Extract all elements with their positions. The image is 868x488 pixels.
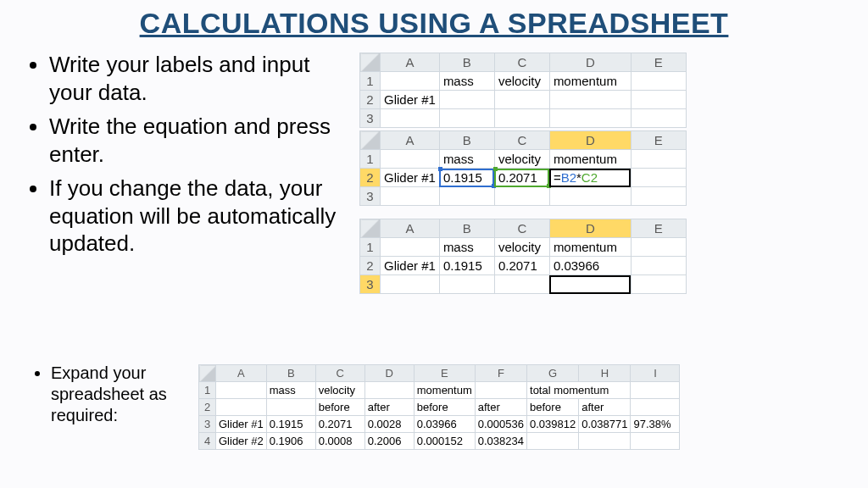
col-header[interactable]: H (579, 365, 631, 382)
cell[interactable] (631, 91, 686, 109)
cell[interactable]: 0.1906 (266, 433, 315, 450)
cell[interactable]: momentum (549, 150, 631, 169)
col-header[interactable]: B (266, 365, 315, 382)
cell[interactable]: 0.0028 (364, 416, 414, 433)
cell[interactable]: 0.2071 (494, 257, 549, 275)
cell[interactable] (216, 382, 267, 399)
select-all-corner[interactable] (360, 53, 381, 72)
cell[interactable]: Glider #1 (381, 257, 440, 275)
col-header[interactable]: C (494, 131, 549, 150)
cell[interactable]: 0.1915 (266, 416, 315, 433)
cell-ref-b2[interactable]: 0.1915 (439, 169, 494, 187)
cell[interactable]: 0.0008 (315, 433, 364, 450)
cell[interactable] (266, 399, 315, 416)
cell[interactable] (631, 238, 686, 257)
row-header[interactable]: 3 (360, 187, 381, 206)
col-header[interactable]: D (549, 53, 631, 72)
cell[interactable] (631, 187, 686, 206)
cell[interactable] (494, 275, 549, 294)
cell[interactable]: 0.2071 (315, 416, 364, 433)
select-all-corner[interactable] (360, 131, 381, 150)
row-header[interactable]: 2 (360, 91, 381, 109)
cell[interactable]: 0.000536 (475, 416, 526, 433)
cell[interactable] (475, 382, 526, 399)
cell[interactable]: mass (439, 72, 494, 91)
cell[interactable]: mass (266, 382, 315, 399)
cell[interactable]: before (414, 399, 475, 416)
col-header[interactable]: B (439, 219, 494, 238)
cell[interactable] (494, 187, 549, 206)
col-header[interactable]: A (381, 131, 440, 150)
col-header[interactable]: G (527, 365, 579, 382)
cell[interactable]: 0.2006 (364, 433, 414, 450)
col-header-active[interactable]: D (549, 219, 631, 238)
row-header[interactable]: 3 (199, 416, 216, 433)
col-header[interactable]: E (414, 365, 475, 382)
cell[interactable] (439, 275, 494, 294)
cell[interactable]: after (364, 399, 414, 416)
cell[interactable] (494, 91, 549, 109)
cell[interactable] (381, 150, 440, 169)
col-header[interactable]: B (439, 131, 494, 150)
cell[interactable]: total momentum (527, 382, 631, 399)
cell[interactable]: before (527, 399, 579, 416)
cell[interactable]: 0.000152 (414, 433, 475, 450)
col-header[interactable]: A (381, 53, 440, 72)
cell[interactable] (579, 433, 631, 450)
row-header[interactable]: 1 (360, 150, 381, 169)
row-header[interactable]: 3 (360, 109, 381, 128)
row-header[interactable]: 1 (199, 382, 216, 399)
cell[interactable] (631, 382, 680, 399)
cell[interactable] (216, 399, 267, 416)
cell[interactable]: velocity (494, 72, 549, 91)
cell[interactable]: momentum (414, 382, 475, 399)
cell[interactable] (631, 109, 686, 128)
col-header[interactable]: C (315, 365, 364, 382)
cell[interactable] (631, 72, 686, 91)
cell[interactable]: Glider #1 (216, 416, 267, 433)
cell[interactable] (364, 382, 414, 399)
col-header[interactable]: A (216, 365, 267, 382)
col-header[interactable]: C (494, 219, 549, 238)
cell-editing-formula[interactable]: =B2*C2 (549, 169, 631, 187)
cell[interactable]: 0.03966 (414, 416, 475, 433)
cell[interactable] (631, 150, 686, 169)
row-header[interactable]: 4 (199, 433, 216, 450)
cell[interactable]: mass (439, 238, 494, 257)
cell[interactable]: 0.038771 (579, 416, 631, 433)
cell[interactable]: Glider #1 (381, 91, 440, 109)
row-header-active[interactable]: 3 (360, 275, 381, 294)
cell[interactable] (631, 169, 686, 187)
cell[interactable]: Glider #1 (381, 169, 440, 187)
cell[interactable]: 0.03966 (549, 257, 631, 275)
col-header[interactable]: C (494, 53, 549, 72)
col-header-active[interactable]: D (549, 131, 631, 150)
col-header[interactable]: I (631, 365, 680, 382)
col-header[interactable]: E (631, 131, 686, 150)
cell[interactable]: Glider #2 (216, 433, 267, 450)
cell[interactable] (631, 275, 686, 294)
cell[interactable] (381, 72, 440, 91)
col-header[interactable]: E (631, 219, 686, 238)
cell-ref-c2[interactable]: 0.2071 (494, 169, 549, 187)
cell[interactable]: before (315, 399, 364, 416)
cell[interactable] (527, 433, 579, 450)
cell[interactable] (549, 187, 631, 206)
row-header[interactable]: 1 (360, 72, 381, 91)
select-all-corner[interactable] (360, 219, 381, 238)
cell[interactable]: after (579, 399, 631, 416)
cell[interactable] (494, 109, 549, 128)
cell[interactable] (439, 91, 494, 109)
cell[interactable] (381, 109, 440, 128)
cell[interactable] (631, 433, 680, 450)
cell[interactable] (631, 257, 686, 275)
select-all-corner[interactable] (199, 365, 216, 382)
row-header[interactable]: 2 (199, 399, 216, 416)
cell[interactable]: 97.38% (631, 416, 680, 433)
cell[interactable]: after (475, 399, 526, 416)
cell[interactable] (631, 399, 680, 416)
col-header[interactable]: B (439, 53, 494, 72)
cell[interactable] (549, 109, 631, 128)
cell[interactable] (439, 187, 494, 206)
row-header-active[interactable]: 2 (360, 169, 381, 187)
